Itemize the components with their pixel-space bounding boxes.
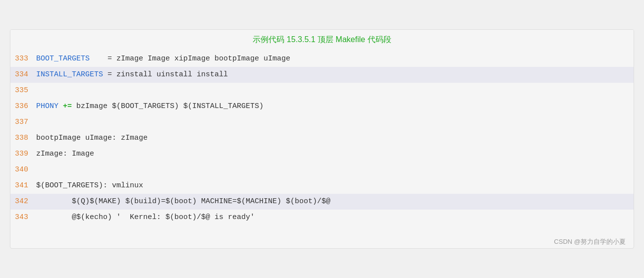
code-segment: @$(kecho) ' Kernel: $(boot)/$@ is ready' bbox=[36, 213, 255, 222]
code-container: 示例代码 15.3.5.1 顶层 Makefile 代码段 333BOOT_TA… bbox=[10, 29, 634, 249]
table-row: 336PHONY += bzImage $(BOOT_TARGETS) $(IN… bbox=[10, 99, 634, 114]
table-row: 341$(BOOT_TARGETS): vmlinux bbox=[10, 178, 634, 194]
watermark: CSDN @努力自学的小夏 bbox=[10, 233, 634, 248]
table-row: 337 bbox=[10, 114, 634, 130]
code-segment: = zImage Image xipImage bootpImage uImag… bbox=[90, 55, 290, 63]
code-segment: $(BOOT_TARGETS): vmlinux bbox=[36, 181, 143, 190]
code-segment: zImage: Image bbox=[36, 150, 94, 158]
code-segment: $(Q)$(MAKE) $(build)=$(boot) MACHINE=$(M… bbox=[36, 197, 330, 206]
line-number: 338 bbox=[10, 130, 36, 146]
code-segment: bzImage $(BOOT_TARGETS) $(INSTALL_TARGET… bbox=[72, 102, 264, 111]
table-row: 335 bbox=[10, 83, 634, 99]
table-row: 334INSTALL_TARGETS = zinstall uinstall i… bbox=[10, 67, 634, 83]
line-number: 339 bbox=[10, 146, 36, 162]
code-segment: = zinstall uinstall install bbox=[103, 70, 228, 79]
line-content: INSTALL_TARGETS = zinstall uinstall inst… bbox=[36, 67, 228, 83]
line-number: 340 bbox=[10, 162, 36, 178]
table-row: 340 bbox=[10, 162, 634, 178]
line-number: 335 bbox=[10, 83, 36, 99]
code-title: 示例代码 15.3.5.1 顶层 Makefile 代码段 bbox=[10, 30, 634, 49]
line-content: BOOT_TARGETS = zImage Image xipImage boo… bbox=[36, 51, 290, 67]
table-row: 343 @$(kecho) ' Kernel: $(boot)/$@ is re… bbox=[10, 210, 634, 225]
code-body: 333BOOT_TARGETS = zImage Image xipImage … bbox=[10, 49, 634, 233]
line-content: $(Q)$(MAKE) $(build)=$(boot) MACHINE=$(M… bbox=[36, 194, 330, 210]
table-row: 342 $(Q)$(MAKE) $(build)=$(boot) MACHINE… bbox=[10, 194, 634, 210]
table-row: 338bootpImage uImage: zImage bbox=[10, 130, 634, 146]
line-number: 336 bbox=[10, 99, 36, 114]
code-segment: += bbox=[63, 102, 72, 111]
code-segment: bootpImage uImage: zImage bbox=[36, 134, 148, 142]
line-number: 342 bbox=[10, 194, 36, 210]
code-segment: INSTALL_TARGETS bbox=[36, 70, 103, 79]
code-segment: PHONY bbox=[36, 102, 63, 111]
line-number: 333 bbox=[10, 51, 36, 67]
line-content: @$(kecho) ' Kernel: $(boot)/$@ is ready' bbox=[36, 210, 255, 225]
line-number: 341 bbox=[10, 178, 36, 194]
line-content: PHONY += bzImage $(BOOT_TARGETS) $(INSTA… bbox=[36, 99, 264, 114]
code-segment: BOOT_TARGETS bbox=[36, 55, 90, 63]
line-number: 343 bbox=[10, 210, 36, 225]
line-number: 337 bbox=[10, 114, 36, 130]
table-row: 333BOOT_TARGETS = zImage Image xipImage … bbox=[10, 51, 634, 67]
line-content: bootpImage uImage: zImage bbox=[36, 130, 148, 146]
line-content: $(BOOT_TARGETS): vmlinux bbox=[36, 178, 143, 194]
table-row: 339zImage: Image bbox=[10, 146, 634, 162]
line-number: 334 bbox=[10, 67, 36, 83]
line-content: zImage: Image bbox=[36, 146, 94, 162]
